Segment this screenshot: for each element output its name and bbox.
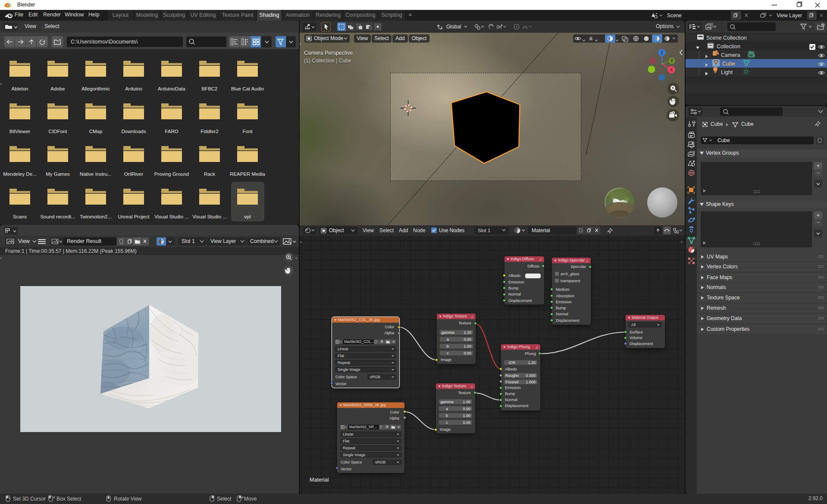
svg-text:Set 3D Cursor: Set 3D Cursor — [13, 496, 46, 502]
svg-text:Z: Z — [661, 50, 663, 55]
svg-text:Camera: Camera — [721, 52, 740, 58]
svg-text:Light: Light — [721, 69, 733, 75]
svg-text:X: X — [670, 68, 673, 72]
svg-text:Collection: Collection — [717, 44, 740, 50]
svg-text:Cube: Cube — [722, 61, 735, 67]
svg-text:Scene Collection: Scene Collection — [706, 35, 747, 41]
svg-text:Box Select: Box Select — [56, 496, 81, 502]
svg-text:Y: Y — [670, 59, 674, 63]
svg-text:Select: Select — [217, 496, 232, 502]
svg-text:Global: Global — [446, 24, 461, 30]
svg-text:Rotate View: Rotate View — [114, 496, 142, 502]
svg-text:Move: Move — [244, 496, 257, 502]
